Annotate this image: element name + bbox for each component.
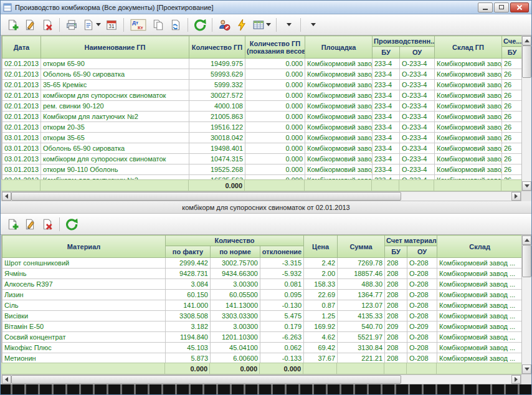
cell-bu[interactable]: 208 [385, 279, 407, 290]
hscroll-thumb[interactable] [11, 375, 401, 384]
cell-scales[interactable]: 0.000 [245, 154, 305, 164]
run-lightning-button[interactable] [234, 17, 250, 33]
cell-dev[interactable]: -0.133 [260, 353, 304, 363]
col-header-date[interactable]: Дата [2, 36, 41, 59]
cell-material[interactable]: Соєвий концентрат [2, 332, 166, 343]
cell-warehouse[interactable]: Комбікормовий завод [435, 59, 502, 69]
hscroll-thumb[interactable] [11, 192, 401, 201]
cell-date[interactable]: 03.01.2013 [2, 164, 41, 175]
cell-qty[interactable]: 19516.122 [189, 122, 245, 133]
cell-name[interactable]: Оболонь 65-90 сироватка [41, 69, 189, 80]
cell-fact[interactable]: 9428.731 [166, 269, 211, 279]
cell-site[interactable]: Комбікормовий завод [305, 90, 373, 101]
user-block-button[interactable] [216, 17, 232, 33]
col-header-norm[interactable]: по норме [211, 246, 260, 258]
cell-fact[interactable]: 2999.442 [166, 258, 211, 269]
document-row[interactable]: 03.01.2013откорм 35-6530018.0420.000Комб… [2, 133, 522, 143]
col-header-ou[interactable]: ОУ [407, 246, 437, 258]
cell-site[interactable]: Комбікормовий завод [305, 69, 373, 80]
cell-fact[interactable]: 3.182 [166, 321, 211, 332]
cell-scales[interactable]: 0.000 [245, 59, 305, 69]
cell-price[interactable]: 1.25 [304, 311, 338, 321]
cell-ou[interactable]: О-208 [407, 269, 437, 279]
col-header-dev[interactable]: отклонение [260, 246, 304, 258]
cell-material[interactable]: Мікофікс Плюс [2, 343, 166, 353]
cell-qty[interactable]: 10474.315 [189, 154, 245, 164]
material-row[interactable]: Соєвий концентрат1194.8401201.10300-6.26… [2, 332, 522, 343]
cell-ou[interactable]: О-208 [407, 279, 437, 290]
cell-price[interactable]: 169.92 [304, 321, 338, 332]
col-header-account-group[interactable]: Сче... [502, 36, 522, 47]
debit-credit-button[interactable]: Дт Кт [128, 17, 149, 33]
document-movements-button[interactable] [168, 17, 184, 33]
col-header-qty-scales[interactable]: Количество ГП (показания весов) [245, 36, 305, 59]
cell-material[interactable]: Лизин [2, 290, 166, 300]
detail-new-button[interactable] [4, 216, 21, 232]
scroll-right-button[interactable] [511, 375, 521, 384]
cell-dev[interactable]: 5.475 [260, 311, 304, 321]
detail-edit-button[interactable] [22, 216, 38, 232]
cell-date[interactable]: 02.01.2013 [2, 80, 41, 90]
cell-warehouse[interactable]: Комбікормовий завод ... [437, 279, 521, 290]
cell-name[interactable]: комбікорм для супоросних свиноматок [41, 154, 189, 164]
material-row[interactable]: Лизин60.15060.055000.09522.691364.77208О… [2, 290, 522, 300]
cell-ou[interactable]: О-208 [407, 353, 437, 363]
cell-bu[interactable]: 233-4 [373, 164, 400, 175]
cell-name[interactable]: комбікорм для супоросних свиноматок [41, 90, 189, 101]
cell-dev[interactable]: -5.932 [260, 269, 304, 279]
cell-warehouse[interactable]: Комбікормовий завод ... [437, 269, 521, 279]
cell-date[interactable]: 02.01.2013 [2, 59, 41, 69]
cell-scales[interactable]: 0.000 [245, 143, 305, 154]
col-header-ou[interactable]: ОУ [400, 47, 435, 59]
vscroll-thumb[interactable] [522, 45, 531, 78]
cell-ou[interactable]: О-233-4 [400, 59, 435, 69]
col-header-qty-group[interactable]: Количество [166, 236, 304, 246]
cell-norm[interactable]: 45.04100 [211, 343, 260, 353]
material-row[interactable]: Алкосель R3973.0843.003000.081158.33488.… [2, 279, 522, 290]
cell-qty[interactable]: 16525.563 [189, 175, 245, 180]
print-button[interactable] [64, 17, 80, 33]
cell-account[interactable]: 26 [502, 133, 522, 143]
vscroll-thumb[interactable] [522, 245, 531, 277]
cell-fact[interactable]: 141.000 [166, 300, 211, 311]
material-row[interactable]: Метионин5.8736.00600-0.13337.67221.21208… [2, 353, 522, 363]
document-row[interactable]: 03.01.2013Оболонь 65-90 сироватка19498.4… [2, 143, 522, 154]
cell-ou[interactable]: О-233-4 [400, 164, 435, 175]
cell-warehouse[interactable]: Комбікормовий завод [435, 80, 502, 90]
cell-account[interactable]: 26 [502, 112, 522, 122]
cell-date[interactable]: 02.01.2013 [2, 90, 41, 101]
cell-fact[interactable]: 3308.508 [166, 311, 211, 321]
document-row[interactable]: 02.01.2013Оболонь 65-90 сироватка59993.6… [2, 69, 522, 80]
cell-warehouse[interactable]: Комбікормовий завод [435, 112, 502, 122]
material-row[interactable]: Висівки3308.5083303.033005.4751.254135.3… [2, 311, 522, 321]
document-row[interactable]: 02.01.2013комбікорм для супоросних свино… [2, 90, 522, 101]
col-header-bu[interactable]: БУ [373, 47, 400, 59]
cell-warehouse[interactable]: Комбікормовий завод ... [437, 343, 521, 353]
scroll-up-button[interactable] [522, 36, 531, 45]
cell-site[interactable]: Комбікормовий завод [305, 143, 373, 154]
cell-bu[interactable]: 233-4 [373, 133, 400, 143]
cell-scales[interactable]: 0.000 [245, 90, 305, 101]
cell-ou[interactable]: О-233-4 [400, 112, 435, 122]
delete-button[interactable] [39, 17, 55, 33]
cell-price[interactable]: 2.42 [304, 258, 338, 269]
cell-bu[interactable]: 208 [385, 269, 407, 279]
dropdown-b-button[interactable] [305, 17, 321, 33]
cell-price[interactable]: 2.00 [304, 269, 338, 279]
cell-date[interactable]: 02.01.2013 [2, 112, 41, 122]
cell-material[interactable]: Сіль [2, 300, 166, 311]
cell-account[interactable]: 26 [502, 122, 522, 133]
cell-qty[interactable]: 59993.629 [189, 69, 245, 80]
cell-account[interactable]: 26 [502, 80, 522, 90]
cell-warehouse[interactable]: Комбікормовий завод ... [437, 311, 521, 321]
cell-bu[interactable]: 233-4 [373, 154, 400, 164]
cell-bu[interactable]: 233-4 [373, 69, 400, 80]
cell-account[interactable]: 26 [502, 59, 522, 69]
cell-site[interactable]: Комбікормовий завод [305, 154, 373, 164]
cell-date[interactable]: 02.01.2013 [2, 101, 41, 112]
cell-scales[interactable]: 0.000 [245, 112, 305, 122]
material-row[interactable]: Ячмінь9428.7319434.66300-5.9322.0018857.… [2, 269, 522, 279]
material-row[interactable]: Шрот соняшниковий2999.4423002.75700-3.31… [2, 258, 522, 269]
cell-site[interactable]: Комбікормовий завод [305, 133, 373, 143]
cell-ou[interactable]: О-233-4 [400, 143, 435, 154]
